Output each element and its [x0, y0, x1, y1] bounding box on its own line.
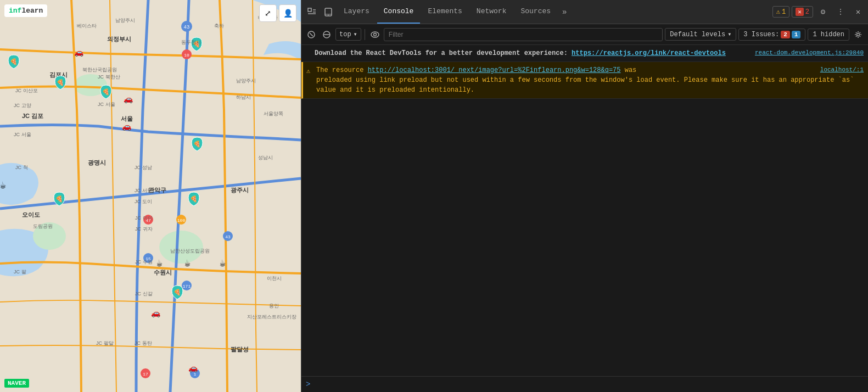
- devtools-right-controls: ⚠ 1 ✕ 2 ⚙ ⋮ ✕: [772, 4, 866, 20]
- svg-text:🍕: 🍕: [55, 195, 63, 203]
- warning-triangle-icon: ⚠: [306, 66, 310, 76]
- context-dropdown-icon: ▾: [354, 30, 357, 38]
- svg-text:☕: ☕: [220, 258, 226, 269]
- hidden-badge[interactable]: 1 hidden: [808, 29, 849, 41]
- svg-text:JC 신갈: JC 신갈: [135, 291, 153, 296]
- svg-text:🚗: 🚗: [151, 309, 161, 318]
- resource-link[interactable]: http://localhost:3001/_next/image?url=%2…: [368, 66, 621, 74]
- map-canvas: 의정부시 김포시 JC 김포 서울 광명시 관악구 광주시 오이도 수원시 팔달…: [0, 0, 301, 392]
- svg-text:JC 동탄: JC 동탄: [135, 340, 152, 346]
- console-settings-button[interactable]: [852, 28, 865, 41]
- eye-icon-button[interactable]: [368, 28, 382, 41]
- svg-text:171: 171: [183, 284, 191, 289]
- inspect-element-button[interactable]: [304, 4, 320, 20]
- tab-console[interactable]: Console: [377, 0, 421, 24]
- clear-console-button[interactable]: [305, 28, 318, 41]
- svg-point-92: [373, 33, 376, 36]
- console-output: react-dom.development.js:29840 Download …: [301, 45, 868, 376]
- settings-button[interactable]: ⚙: [815, 4, 831, 20]
- naver-badge: NAVER: [4, 379, 29, 388]
- issues-badge[interactable]: 3 Issues: 2 1: [738, 29, 805, 41]
- console-input[interactable]: [312, 380, 864, 388]
- svg-text:JC 척: JC 척: [15, 165, 28, 170]
- console-entry-warning: ⚠ localhost/:1 The resource http://local…: [301, 62, 868, 99]
- issues-info-count: 1: [792, 31, 801, 38]
- svg-text:광주시: 광주시: [231, 187, 249, 193]
- svg-text:베이스타: 베이스타: [77, 23, 97, 29]
- svg-text:☕: ☕: [156, 258, 163, 269]
- svg-text:JC 북한산: JC 북한산: [98, 74, 120, 80]
- share-button[interactable]: ⤢: [259, 4, 277, 22]
- svg-text:🍕: 🍕: [190, 195, 198, 203]
- console-entry-react-devtools: react-dom.development.js:29840 Download …: [301, 45, 868, 62]
- react-source-link[interactable]: react-dom.development.js:29840: [755, 48, 864, 58]
- warning-icon: ⚠: [776, 8, 780, 16]
- console-toolbar: top ▾ Default levels ▾ 3 Issues: 2 1 1 h…: [301, 24, 868, 45]
- svg-text:남한산성도립공원: 남한산성도립공원: [170, 248, 210, 254]
- svg-text:🍕: 🍕: [57, 79, 64, 86]
- svg-text:도림공원: 도림공원: [33, 223, 53, 229]
- toolbar-divider: [365, 29, 365, 40]
- console-input-row: >: [301, 376, 868, 392]
- svg-point-93: [857, 33, 860, 36]
- svg-text:의정부시: 의정부시: [107, 36, 131, 42]
- logo-learn: learn: [21, 7, 43, 15]
- tab-network[interactable]: Network: [470, 0, 513, 24]
- block-requests-button[interactable]: [320, 28, 333, 41]
- warning-badge[interactable]: ⚠ 1: [772, 6, 789, 18]
- close-devtools-button[interactable]: ✕: [850, 4, 866, 20]
- svg-text:🍕: 🍕: [10, 58, 18, 65]
- svg-text:광명시: 광명시: [88, 159, 106, 166]
- devtools-tabs: Layers Console Elements Network Sources …: [301, 0, 868, 24]
- svg-text:수원시: 수원시: [154, 269, 172, 276]
- logo-inf: inf: [9, 7, 21, 15]
- svg-text:서울양쪽: 서울양쪽: [264, 111, 283, 116]
- svg-text:JC 김포: JC 김포: [22, 113, 43, 119]
- svg-point-2: [159, 231, 203, 264]
- svg-text:남양주시: 남양주시: [236, 78, 256, 83]
- issues-error-count: 2: [781, 31, 790, 38]
- svg-text:남양주시: 남양주시: [115, 18, 135, 23]
- more-options-button[interactable]: ⋮: [833, 4, 848, 20]
- svg-text:동두천시: 동두천시: [181, 40, 201, 45]
- default-levels-arrow: ▾: [727, 30, 731, 38]
- svg-text:지산포레스트리스키장: 지산포레스트리스키장: [247, 314, 296, 320]
- warning-text-rest: preloaded using link preload but not use…: [316, 76, 854, 94]
- tab-layers[interactable]: Layers: [337, 0, 376, 24]
- svg-point-86: [328, 14, 329, 15]
- svg-text:17: 17: [143, 372, 148, 377]
- svg-text:오이도: 오이도: [22, 211, 40, 218]
- svg-text:🚗: 🚗: [74, 48, 84, 57]
- react-devtools-link[interactable]: https://reactjs.org/link/react-devtools: [572, 49, 726, 57]
- error-icon: ✕: [796, 8, 804, 16]
- map-panel: 의정부시 김포시 JC 김포 서울 광명시 관악구 광주시 오이도 수원시 팔달…: [0, 0, 301, 392]
- map-svg: 의정부시 김포시 JC 김포 서울 광명시 관악구 광주시 오이도 수원시 팔달…: [0, 0, 301, 392]
- svg-text:JC 수원: JC 수원: [135, 259, 153, 265]
- svg-text:10: 10: [184, 53, 189, 58]
- more-tabs-button[interactable]: »: [558, 4, 571, 20]
- svg-text:JC 서현: JC 서현: [135, 188, 152, 193]
- svg-text:축하: 축하: [214, 23, 224, 29]
- svg-text:서울: 서울: [121, 115, 133, 122]
- svg-text:☕: ☕: [184, 258, 191, 269]
- svg-text:북한산국립공원: 북한산국립공원: [82, 67, 117, 72]
- svg-text:🍕: 🍕: [102, 88, 110, 96]
- svg-text:JC 성남: JC 성남: [135, 165, 152, 170]
- context-selector[interactable]: top ▾: [335, 28, 361, 41]
- warning-text-before: The resource: [316, 66, 368, 74]
- error-badge[interactable]: ✕ 2: [792, 6, 813, 18]
- context-label: top: [339, 31, 351, 38]
- localhost-source-link[interactable]: localhost/:1: [820, 65, 864, 75]
- svg-text:이천시: 이천시: [267, 276, 282, 281]
- device-toolbar-button[interactable]: [321, 4, 336, 20]
- person-button[interactable]: 👤: [279, 4, 296, 22]
- filter-input[interactable]: [384, 28, 663, 41]
- svg-text:JC 도이: JC 도이: [135, 199, 152, 204]
- default-levels-button[interactable]: Default levels ▾: [665, 28, 736, 41]
- default-levels-label: Default levels: [670, 31, 725, 38]
- svg-text:🍕: 🍕: [193, 140, 201, 148]
- hidden-label: 1 hidden: [813, 31, 844, 38]
- svg-text:☕: ☕: [0, 180, 6, 191]
- tab-elements[interactable]: Elements: [421, 0, 468, 24]
- tab-sources[interactable]: Sources: [514, 0, 557, 24]
